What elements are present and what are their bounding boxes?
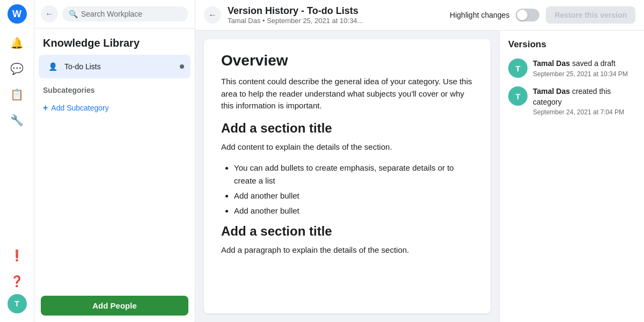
highlight-changes-label: Highlight changes (450, 11, 509, 19)
sidebar-item-icon: 👤 (45, 59, 60, 74)
search-icon: 🔍 (69, 10, 78, 18)
doc-overview-heading: Overview (221, 52, 473, 69)
doc-section1-text: Add content to explain the details of th… (221, 141, 473, 153)
doc-section2-title: Add a section title (221, 224, 473, 239)
doc-section1-title: Add a section title (221, 121, 473, 136)
add-people-button[interactable]: Add People (41, 296, 188, 316)
version-time-1: September 25, 2021 at 10:34 PM (533, 70, 635, 78)
version-avatar-2: T (508, 86, 528, 106)
doc-bullet-3: Add another bullet (234, 204, 473, 217)
topbar-actions: Highlight changes Restore this version (450, 6, 635, 24)
search-box[interactable]: 🔍 Search Workplace (62, 6, 188, 21)
version-item-1[interactable]: T Tamal Das saved a draft September 25, … (508, 58, 635, 78)
nav-help-icon[interactable]: ❓ (6, 270, 28, 292)
topbar-back-button[interactable]: ← (204, 6, 221, 24)
version-info-2: Tamal Das created this category Septembe… (533, 86, 635, 116)
sidebar-title: Knowledge Library (34, 28, 195, 54)
plus-icon: + (43, 103, 48, 113)
nav-user-avatar[interactable]: T (8, 294, 27, 313)
nav-bookmark-icon[interactable]: 📋 (6, 84, 28, 105)
add-subcategory-label: Add Subcategory (51, 104, 108, 112)
sidebar-item-todo-lists[interactable]: 👤 To-do Lists (39, 55, 191, 78)
versions-heading: Versions (508, 39, 635, 50)
topbar-title: Version History - To-do Lists (228, 5, 443, 17)
topbar-subtitle: Tamal Das • September 25, 2021 at 10:34.… (228, 17, 443, 25)
search-placeholder-text: Search Workplace (81, 10, 142, 18)
main-area: ← Version History - To-do Lists Tamal Da… (195, 0, 644, 322)
nav-tools-icon[interactable]: 🔧 (6, 109, 28, 131)
sidebar: ← 🔍 Search Workplace Knowledge Library 👤… (34, 0, 195, 322)
version-info-1: Tamal Das saved a draft September 25, 20… (533, 58, 635, 78)
document-area: Overview This content could describe the… (195, 31, 499, 322)
version-text-1: Tamal Das saved a draft (533, 58, 635, 69)
sidebar-item-label: To-do Lists (64, 62, 175, 71)
sidebar-item-dot (180, 64, 184, 69)
version-avatar-1: T (508, 58, 528, 78)
version-text-2: Tamal Das created this category (533, 86, 635, 107)
subcategories-heading: Subcategories (34, 79, 195, 99)
doc-bullet-1: You can add bullets to create emphasis, … (234, 162, 473, 187)
version-time-2: September 24, 2021 at 7:04 PM (533, 108, 635, 116)
sidebar-top-bar: ← 🔍 Search Workplace (34, 0, 195, 28)
doc-overview-text: This content could describe the general … (221, 76, 473, 112)
versions-panel: Versions T Tamal Das saved a draft Septe… (499, 31, 644, 322)
topbar-info: Version History - To-do Lists Tamal Das … (228, 5, 443, 25)
doc-section2-text: Add a paragraph to explain the details o… (221, 244, 473, 257)
content-split: Overview This content could describe the… (195, 31, 644, 322)
doc-bullets-list: You can add bullets to create emphasis, … (221, 162, 473, 217)
restore-version-button[interactable]: Restore this version (546, 6, 635, 24)
toggle-knob (517, 10, 528, 20)
nav-alert-icon[interactable]: ❗ (6, 245, 28, 266)
app-logo[interactable]: W (8, 4, 27, 24)
sidebar-back-button[interactable]: ← (41, 5, 58, 23)
version-item-2[interactable]: T Tamal Das created this category Septem… (508, 86, 635, 116)
highlight-toggle[interactable] (516, 9, 539, 21)
document-card: Overview This content could describe the… (204, 39, 491, 313)
doc-bullet-2: Add another bullet (234, 189, 473, 202)
nav-rail: W 🔔 💬 📋 🔧 ❗ ❓ T (0, 0, 34, 322)
nav-chat-icon[interactable]: 💬 (6, 58, 28, 79)
nav-bell-icon[interactable]: 🔔 (6, 32, 28, 54)
topbar: ← Version History - To-do Lists Tamal Da… (195, 0, 644, 31)
add-subcategory-button[interactable]: + Add Subcategory (34, 99, 195, 117)
